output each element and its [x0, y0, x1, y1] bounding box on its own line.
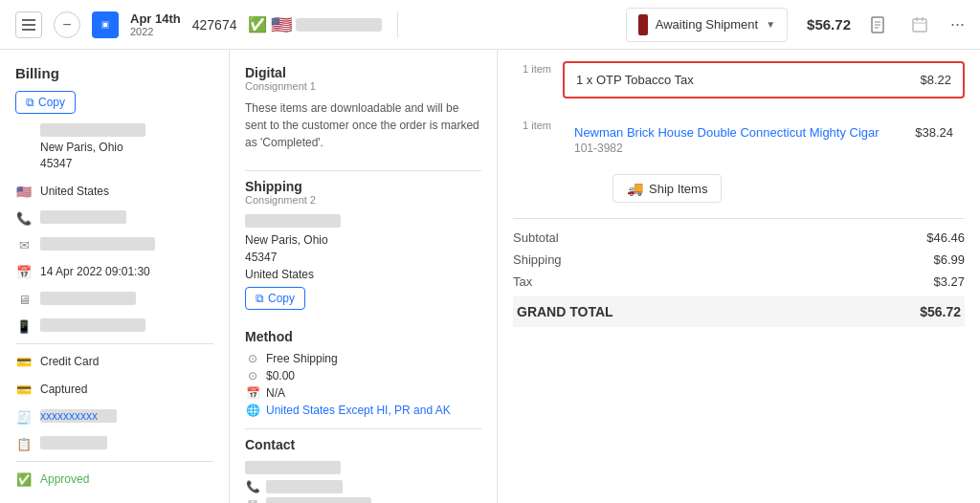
order-lines-section: 1 item 1 x OTP Tobacco Tax $8.22 1 item …: [498, 50, 980, 503]
digital-consignment-header: Digital Consignment 1: [245, 65, 481, 92]
digital-consignment-section: Digital Consignment 1 These items are do…: [245, 65, 481, 151]
shipping-item-count: 1 item: [513, 118, 551, 131]
ship-items-label: Ship Items: [649, 182, 707, 196]
contact-phone-icon: 📞: [245, 480, 260, 493]
method-region-row: 🌐 United States Except HI, PR and AK: [245, 404, 481, 417]
contact-phone-row: 📞 xxxxxxxxxx: [245, 480, 481, 493]
subtotal-value: $46.46: [926, 230, 965, 245]
shipping-total-label: Shipping: [513, 252, 562, 267]
date-text: Apr 14th: [130, 11, 181, 26]
shipping-copy-label: Copy: [268, 292, 295, 305]
flag-icon: 🇺🇸: [271, 14, 292, 35]
approval-status: Approved: [40, 471, 89, 488]
method-date: N/A: [266, 386, 285, 400]
tax-label: Tax: [513, 274, 532, 289]
contact-title: Contact: [245, 437, 481, 452]
billing-phone-row: 📞 xxxxxxxxxx: [15, 208, 213, 228]
shipping-address: New Paris, Ohio 45347 United States: [245, 231, 481, 283]
approval-icon: ✅: [15, 472, 33, 487]
menu-button[interactable]: [15, 11, 42, 38]
payment-method-row: 💳 Credit Card: [15, 352, 213, 372]
divider: [397, 11, 398, 38]
digital-title: Digital: [245, 65, 316, 80]
copy-icon2: ⧉: [256, 292, 264, 305]
shipping-country: United States: [245, 268, 314, 281]
document-button[interactable]: [862, 10, 893, 40]
shipping-line-item-box: Newman Brick House Double Connecticut Mi…: [563, 118, 965, 163]
billing-address-row: xxxxxxxxxx New Paris, Ohio 45347: [15, 121, 213, 174]
shipping-copy-button[interactable]: ⧉ Copy: [245, 287, 305, 310]
phone-icon: 📞: [15, 211, 33, 226]
tax-row: Tax $3.27: [513, 271, 965, 293]
customer-name: xxxxxxxxxx: [296, 18, 382, 32]
digital-description: These items are downloadable and will be…: [245, 99, 481, 151]
billing-copy-button[interactable]: ⧉ Copy: [15, 91, 76, 114]
method-date-row: 📅 N/A: [245, 386, 481, 400]
payment-id-row: 🧾 xxxxxxxxxx: [15, 407, 213, 426]
shipping-name-blurred: xxxxxxxxxx: [245, 214, 341, 228]
billing-country-row: 🇺🇸 United States: [15, 182, 213, 202]
billing-email-row: ✉ xxxxxxxxxx: [15, 235, 213, 254]
billing-country: United States: [40, 184, 109, 200]
verified-status: ✅ 🇺🇸 xxxxxxxxxx: [248, 14, 382, 35]
shipping-zip: 45347: [245, 251, 277, 264]
receipt-icon: 🧾: [15, 410, 33, 425]
spacer: [513, 110, 965, 118]
billing-email-blurred: xxxxxxxxxx: [40, 237, 155, 251]
grand-total-label: GRAND TOTAL: [517, 304, 613, 319]
calendar-billing-icon: 📅: [15, 265, 33, 279]
shipping-item-sku: 101-3982: [574, 142, 880, 155]
extra-icon: 📱: [15, 319, 33, 334]
method-region: United States Except HI, PR and AK: [266, 404, 451, 417]
globe-icon: 🌐: [245, 404, 260, 417]
billing-name-blurred: xxxxxxxxxx: [40, 123, 145, 137]
device-icon: 🖥: [15, 293, 33, 307]
tax-value: $3.27: [933, 274, 965, 289]
shipping-consignment-header: Shipping Consignment 2: [245, 179, 481, 206]
billing-address: xxxxxxxxxx New Paris, Ohio 45347: [40, 123, 145, 172]
shipping-item-price: $38.24: [915, 125, 953, 140]
payment-method: Credit Card: [40, 354, 99, 370]
svg-rect-0: [22, 19, 35, 21]
payment-status-row: 💳 Captured: [15, 380, 213, 400]
payment-id-blurred: xxxxxxxxxx: [40, 409, 117, 423]
back-button[interactable]: −: [54, 11, 80, 38]
email-icon: ✉: [15, 238, 33, 252]
contact-name-blurred: xxxxxxxxxx: [245, 461, 341, 474]
order-id: 427674: [192, 17, 237, 33]
copy-icon: ⧉: [26, 96, 34, 109]
method-name: Free Shipping: [266, 352, 338, 365]
contact-email-row: ✉ xxxxxxxxxx: [245, 497, 481, 503]
cost-icon: ⊙: [245, 369, 260, 383]
svg-rect-8: [913, 19, 926, 32]
contact-email-blurred: xxxxxxxxxx: [266, 497, 371, 503]
method-section: Method ⊙ Free Shipping ⊙ $0.00 📅 N/A 🌐 U…: [245, 329, 481, 417]
middle-section: Digital Consignment 1 These items are do…: [230, 50, 498, 503]
method-cost: $0.00: [266, 369, 295, 383]
app-container: − Apr 14th 2022 427674 ✅ 🇺🇸 xxxxxxxxxx A…: [0, 0, 980, 503]
digital-item-count: 1 item: [513, 61, 551, 75]
main-content: Billing ⧉ Copy xxxxxxxxxx New Paris, Ohi…: [0, 50, 980, 503]
order-total: $56.72: [807, 16, 851, 33]
shipping-item-link[interactable]: Newman Brick House Double Connecticut Mi…: [574, 125, 880, 140]
method-cost-row: ⊙ $0.00: [245, 369, 481, 383]
more-options-button[interactable]: ···: [950, 14, 965, 34]
billing-date-row: 📅 14 Apr 2022 09:01:30: [15, 262, 213, 282]
status-dropdown[interactable]: Awaiting Shipment ▼: [626, 8, 788, 42]
separator2: [15, 461, 213, 462]
separator3: [245, 170, 481, 171]
truck-icon: 🚚: [627, 181, 643, 196]
billing-title: Billing: [15, 65, 213, 81]
shipping-total-value: $6.99: [933, 252, 965, 267]
digital-line-item-box: 1 x OTP Tobacco Tax $8.22: [563, 61, 965, 98]
ship-items-button[interactable]: 🚚 Ship Items: [612, 174, 722, 203]
calendar-button[interactable]: [904, 10, 935, 40]
billing-phone-blurred: xxxxxxxxxx: [40, 210, 126, 224]
grand-total-value: $56.72: [920, 304, 961, 319]
shipping-city: New Paris, Ohio: [245, 233, 328, 247]
ship-items-container: 🚚 Ship Items: [563, 174, 965, 203]
top-bar: − Apr 14th 2022 427674 ✅ 🇺🇸 xxxxxxxxxx A…: [0, 0, 980, 50]
contact-phone-blurred: xxxxxxxxxx: [266, 480, 343, 493]
shipping-consignment-section: Shipping Consignment 2 xxxxxxxxxx New Pa…: [245, 179, 481, 310]
flag-billing-icon: 🇺🇸: [15, 185, 33, 199]
